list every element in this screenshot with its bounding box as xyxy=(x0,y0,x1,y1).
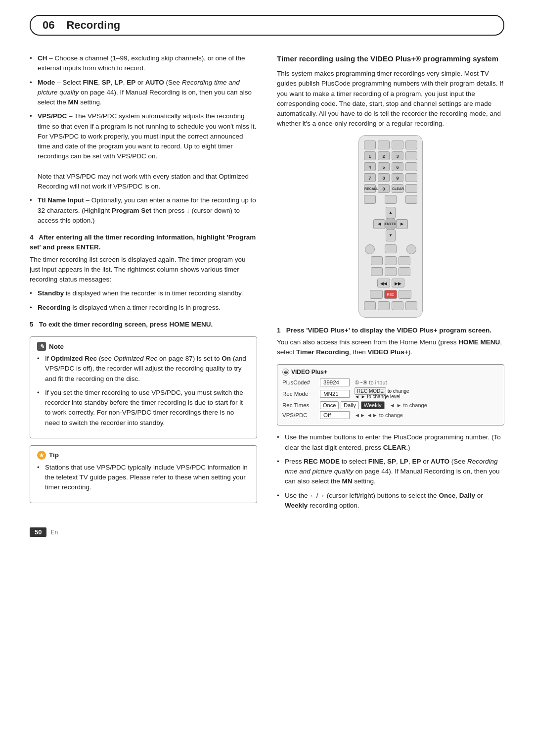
main-content: CH – Choose a channel (1–99, excluding s… xyxy=(30,53,504,516)
page-title: Recording xyxy=(66,19,120,32)
vplus-options-rectimes: Once Daily Weekly xyxy=(320,401,385,409)
remote-num-3: 3 xyxy=(392,151,403,160)
ch-text: – Choose a channel (1–99, excluding skip… xyxy=(38,54,245,72)
bullet-vps: VPS/PDC – The VPS/PDC system automatical… xyxy=(30,111,257,191)
tip-icon: ★ xyxy=(37,451,46,460)
vplus-hint-pluscode: ①~⑨ to input xyxy=(355,379,387,386)
remote-btn-m1 xyxy=(371,256,383,265)
remote-btn-b1 xyxy=(364,301,376,310)
vplus-icon: ⊕ xyxy=(282,369,289,376)
vplus-field-pluscode: 39924 xyxy=(320,378,350,386)
bullet-mode: Mode – Select FINE, SP, LP, EP or AUTO (… xyxy=(30,78,257,108)
recording-text: is displayed when a timer recording is i… xyxy=(73,304,221,311)
right-bullets: Use the number buttons to enter the Plus… xyxy=(277,432,504,511)
remote-btn-blank3 xyxy=(392,141,403,149)
remote-more-row1 xyxy=(363,256,418,265)
remote-blank-t1 xyxy=(370,290,383,299)
remote-num-row3: 7 8 9 xyxy=(363,173,418,182)
step4-bullets: Standby is displayed when the recorder i… xyxy=(30,288,257,313)
mode-mn: MN xyxy=(68,98,79,106)
recording-label: Recording xyxy=(38,304,71,311)
mode-label: Mode xyxy=(38,79,55,86)
remote-btn-m2 xyxy=(385,256,397,265)
mode-text4: setting. xyxy=(80,98,102,106)
vplus-row-recmode: Rec Mode MN21 REC MODE to change ◄ ► to … xyxy=(282,388,499,399)
vplus-screen-title: ⊕ VIDEO Plus+ xyxy=(282,369,499,376)
mode-auto: AUTO xyxy=(145,79,164,86)
remote-more-row2 xyxy=(363,267,418,276)
ttl-label: Ttl Name Input xyxy=(38,196,84,204)
remote-btn-blank4 xyxy=(405,141,417,149)
footer-language: En xyxy=(50,529,58,536)
remote-blank-t2 xyxy=(399,290,411,299)
step5-heading: 5 To exit the timer recording screen, pr… xyxy=(30,320,257,330)
standby-label: Standby xyxy=(38,289,64,297)
ttl-program-set: Program Set xyxy=(112,207,151,214)
remote-bottom-row xyxy=(363,301,418,310)
remote-btn-recall: RECALL xyxy=(364,184,376,193)
remote-btn-m4 xyxy=(371,267,383,276)
remote-top-row xyxy=(363,141,418,149)
step4-heading: 4 After entering all the timer recording… xyxy=(30,233,257,253)
remote-btn-b2 xyxy=(378,301,390,310)
tip-box: ★ Tip Stations that use VPS/PDC typicall… xyxy=(30,445,257,503)
remote-btn-blank2 xyxy=(378,141,390,149)
remote: 1 2 3 4 5 6 7 8 9 xyxy=(358,135,423,318)
mode-text1: – Select xyxy=(57,79,83,86)
vplus-opt-weekly: Weekly xyxy=(361,401,385,409)
vplus-row-vpspdc: VPS/PDC Off ◄► ◄► to change xyxy=(282,411,499,419)
page-footer: 50 En xyxy=(30,527,504,537)
dpad-enter: ENTER xyxy=(384,218,397,231)
vplus-screen: ⊕ VIDEO Plus+ PlusCode# 39924 ①~⑨ to inp… xyxy=(277,364,504,425)
bullet-ttl: Ttl Name Input – Optionally, you can ent… xyxy=(30,195,257,226)
vplus-hint-vpspdc: ◄► ◄► to change xyxy=(355,412,403,418)
remote-transport: ◀◀ ▶▶ xyxy=(363,279,418,287)
remote-rec-btn: REC xyxy=(384,290,397,299)
remote-num-8: 8 xyxy=(378,173,390,182)
footer-page-number: 50 xyxy=(30,527,46,537)
remote-btn-center1 xyxy=(385,244,397,253)
remote-fwd: ▶▶ xyxy=(392,279,404,287)
note-icon: ✎ xyxy=(37,342,46,351)
vplus-label-recmode: Rec Mode xyxy=(282,391,317,397)
remote-dpad: ▲ ◀ ENTER ▶ ▼ xyxy=(373,207,408,241)
vplus-opt-daily: Daily xyxy=(341,401,358,409)
remote-num-4: 4 xyxy=(364,162,376,171)
dpad-right: ▶ xyxy=(396,219,408,229)
remote-btn-b3 xyxy=(392,301,403,310)
step4-body: The timer recording list screen is displ… xyxy=(30,255,257,285)
standby-text: is displayed when the recorder is in tim… xyxy=(66,289,243,297)
vplus-row-rectimes: Rec Times Once Daily Weekly ◄ ► to chang… xyxy=(282,401,499,409)
intro-bullets: CH – Choose a channel (1–99, excluding s… xyxy=(30,53,257,226)
tip-title: ★ Tip xyxy=(37,451,250,460)
vplus-hint-rectimes: ◄ ► to change xyxy=(390,402,427,408)
remote-num-9: 9 xyxy=(392,173,403,182)
mode-options: FINE xyxy=(83,79,98,86)
remote-btn-clear: CLEAR xyxy=(392,184,403,193)
remote-transport2: REC xyxy=(363,290,418,299)
dpad-down: ▼ xyxy=(386,230,396,241)
dpad-left: ◀ xyxy=(373,219,385,229)
vplus-field-recmode: MN21 xyxy=(320,390,350,398)
remote-rew: ◀◀ xyxy=(377,279,390,287)
vplus-hint-recmode: REC MODE to change ◄ ► to change level xyxy=(355,388,409,399)
vplus-field-vpspdc: Off xyxy=(320,411,350,419)
remote-btn-side3 xyxy=(405,173,417,182)
note-bullet-2: If you set the timer recording to use VP… xyxy=(37,388,250,428)
dpad-up: ▲ xyxy=(386,207,396,219)
note-bullets: If Optimized Rec (see Optimized Rec on p… xyxy=(37,354,250,428)
tip-bullet-1: Stations that use VPS/PDC typically incl… xyxy=(37,463,250,493)
remote-btn-m6 xyxy=(399,267,410,276)
remote-btn-l1 xyxy=(364,195,376,204)
vplus-opt-once: Once xyxy=(320,401,339,409)
page-number: 06 xyxy=(43,19,54,32)
step1-heading: 1 Press 'VIDEO Plus+' to display the VID… xyxy=(277,326,504,335)
remote-num-row1: 1 2 3 xyxy=(363,151,418,160)
right-column: Timer recording using the VIDEO Plus+® p… xyxy=(277,53,504,516)
remote-btn-blank1 xyxy=(364,141,376,149)
remote-btn-side4 xyxy=(405,184,417,193)
remote-num-5: 5 xyxy=(378,162,390,171)
tip-bullets: Stations that use VPS/PDC typically incl… xyxy=(37,463,250,493)
page-header: 06 Recording xyxy=(30,15,504,36)
vplus-row-pluscode: PlusCode# 39924 ①~⑨ to input xyxy=(282,378,499,386)
